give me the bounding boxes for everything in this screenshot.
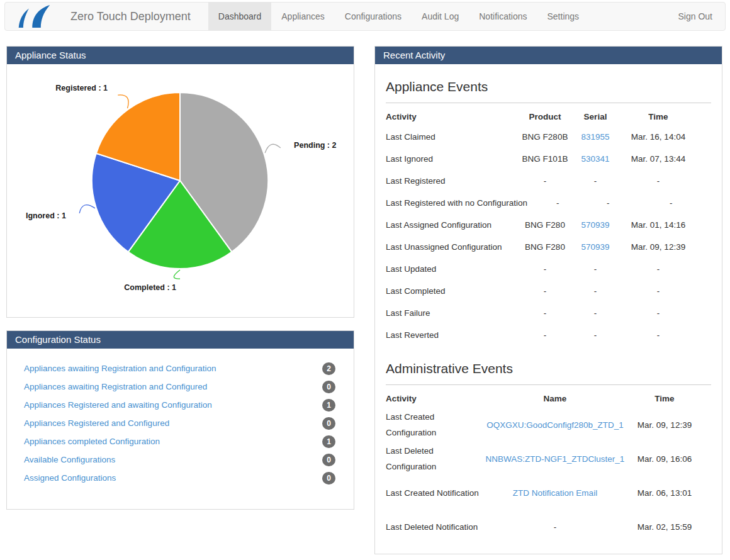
nav-item-appliances[interactable]: Appliances [271,3,335,30]
event-time: Mar. 16, 14:04 [615,132,701,142]
event-product: BNG F280 [515,242,575,252]
count-badge: 1 [322,399,335,412]
administrative-events-table: Activity Name Time Last Created Configur… [386,389,711,544]
col-activity: Activity [386,112,515,121]
pie-label-connector [174,270,180,279]
event-time: - [615,286,701,296]
nav-item-dashboard[interactable]: Dashboard [208,3,272,30]
event-time: - [628,198,714,208]
event-name-link[interactable]: OQXGXU:GoodConfigf280b_ZTD_1 [486,420,624,430]
config-status-row: Appliances awaiting Registration and Con… [7,378,354,396]
event-product: - [515,308,575,318]
config-status-link[interactable]: Appliances Registered and awaiting Confi… [24,400,212,410]
event-activity: Last Ignored [386,154,515,164]
event-activity: Last Completed [386,286,515,296]
event-product: - [515,264,575,274]
event-serial-link[interactable]: 831955 [581,132,609,142]
configuration-status-list: Appliances awaiting Registration and Con… [7,349,354,509]
administrative-event-row: Last Deleted Notification-Mar. 02, 15:59 [386,510,711,544]
divider [386,384,711,385]
administrative-event-row: Last Created NotificationZTD Notificatio… [386,476,711,510]
event-serial-value: - [594,308,597,318]
recent-activity-body: Appliance Events Activity Product Serial… [375,64,722,554]
event-time: Mar. 06, 13:01 [625,488,704,498]
event-serial: 570939 [575,242,615,252]
divider [386,103,711,103]
appliance-event-row: Last ClaimedBNG F280B831955Mar. 16, 14:0… [386,126,711,148]
nav-item-settings[interactable]: Settings [537,3,590,30]
pie-label-registered: Registered : 1 [55,84,108,92]
event-activity: Last Created Notification [386,485,485,501]
event-product: - [527,198,588,208]
event-name-value: - [554,522,557,532]
event-serial-value: - [594,330,597,340]
config-status-link[interactable]: Assigned Configurations [24,473,116,483]
nav-item-notifications[interactable]: Notifications [469,3,537,30]
count-badge: 0 [322,381,335,393]
pie-label-ignored: Ignored : 1 [26,211,66,220]
nav-item-configurations[interactable]: Configurations [335,3,412,30]
appliance-event-row: Last Reverted--- [386,324,711,346]
nav-item-audit-log[interactable]: Audit Log [412,3,469,30]
event-serial: 530341 [575,154,615,164]
event-serial: - [575,308,615,318]
event-activity: Last Registered [386,176,515,186]
event-activity: Last Updated [386,264,515,274]
administrative-events-heading: Administrative Events [386,346,711,376]
count-badge: 0 [322,454,335,466]
event-serial-link[interactable]: 530341 [581,154,609,164]
event-activity: Last Reverted [386,330,515,340]
left-column: Appliance Status Pending : 2Completed : … [6,46,354,554]
barracuda-logo-icon [15,5,64,28]
appliance-event-row: Last Registered with no Configuration--- [386,192,711,214]
event-serial: - [575,176,615,186]
event-time: - [615,330,701,340]
event-activity: Last Deleted Notification [386,519,485,535]
event-time: - [615,308,701,318]
count-badge: 1 [322,435,335,448]
brand: Zero Touch Deployment [5,3,208,30]
col-time: Time [625,394,704,403]
administrative-event-row: Last Deleted ConfigurationNNBWAS:ZTD-NGF… [386,442,711,476]
event-serial-value: - [607,198,610,208]
event-name-link[interactable]: ZTD Notification Email [513,488,597,498]
count-badge: 0 [322,417,335,430]
event-activity: Last Failure [386,308,515,318]
config-status-row: Appliances Registered and Configured0 [7,414,354,432]
config-status-row: Appliances Registered and awaiting Confi… [7,396,354,414]
event-product: BNG F280B [515,132,575,142]
event-time: Mar. 02, 15:59 [625,522,704,532]
event-serial-link[interactable]: 570939 [581,242,609,252]
appliance-event-row: Last Assigned ConfigurationBNG F28057093… [386,214,711,236]
appliance-events-heading: Appliance Events [386,64,711,94]
appliance-events-table: Activity Product Serial Time Last Claime… [386,107,711,346]
event-time: Mar. 09, 16:06 [625,454,704,464]
config-status-link[interactable]: Appliances Registered and Configured [24,418,169,428]
appliance-events-header: Activity Product Serial Time [386,107,711,126]
sign-out-link[interactable]: Sign Out [666,3,725,30]
event-name-link[interactable]: NNBWAS:ZTD-NGF1_ZTDCluster_1 [486,454,625,464]
event-product: BNG F101B [515,154,575,164]
pie-label-completed: Completed : 1 [124,283,176,292]
app-title: Zero Touch Deployment [70,10,191,23]
config-status-link[interactable]: Appliances awaiting Registration and Con… [24,364,216,373]
appliance-event-row: Last Unassigned ConfigurationBNG F280570… [386,236,711,258]
event-time: Mar. 09, 12:39 [615,242,701,252]
administrative-event-row: Last Created ConfigurationOQXGXU:GoodCon… [386,408,711,442]
event-name: OQXGXU:GoodConfigf280b_ZTD_1 [485,420,625,430]
col-serial: Serial [575,112,615,121]
config-status-row: Available Configurations0 [7,451,354,469]
config-status-link[interactable]: Appliances completed Configuration [24,437,160,446]
event-activity: Last Created Configuration [386,409,485,440]
col-time: Time [615,112,701,121]
config-status-link[interactable]: Appliances awaiting Registration and Con… [24,382,207,391]
event-serial-link[interactable]: 570939 [581,220,609,230]
event-product: - [515,176,575,186]
configuration-status-panel: Configuration Status Appliances awaiting… [6,330,354,510]
appliance-event-row: Last Updated--- [386,258,711,280]
recent-activity-title: Recent Activity [375,47,722,64]
config-status-link[interactable]: Available Configurations [24,455,115,464]
count-badge: 0 [322,472,335,484]
pie-label-pending: Pending : 2 [294,141,336,150]
nav-items: DashboardAppliancesConfigurationsAudit L… [208,3,589,30]
